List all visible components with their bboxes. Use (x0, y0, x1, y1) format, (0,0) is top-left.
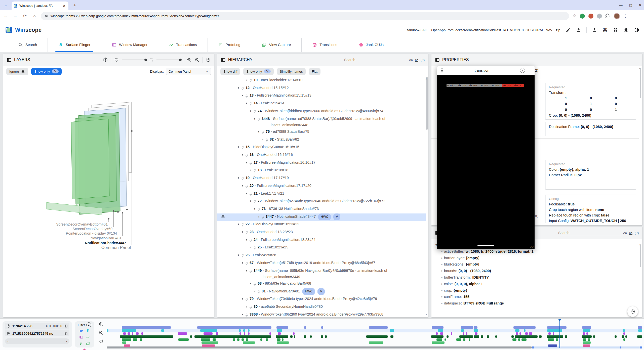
scroll-to-top-button[interactable] (627, 306, 638, 317)
proto-property-row[interactable]: ●color:(0, 0, 0), alpha: 1 (439, 281, 641, 287)
trace-segment[interactable] (495, 335, 497, 338)
tree-row[interactable]: ●18- Leaf:16:16#18 (217, 167, 426, 175)
tree-row[interactable]: ▼74- WindowToken{fdddbe6 type=2000 andro… (217, 108, 426, 116)
documentation-book-icon[interactable] (613, 27, 618, 33)
expand-arrow-icon[interactable]: ▼ (240, 183, 245, 189)
pin-icon[interactable] (253, 244, 257, 252)
copy-icon[interactable] (64, 332, 68, 335)
trace-segment[interactable] (451, 332, 452, 335)
pin-icon[interactable] (245, 260, 249, 268)
trace-segment[interactable] (459, 335, 473, 338)
pin-icon[interactable] (257, 206, 261, 213)
pin-icon[interactable] (249, 237, 253, 244)
trace-segment[interactable] (237, 338, 239, 341)
properties-search-input[interactable] (558, 230, 621, 236)
selection-mark[interactable] (620, 346, 621, 348)
trace-segment[interactable] (524, 329, 526, 332)
trace-segment[interactable] (553, 332, 554, 335)
shortcuts-command-icon[interactable]: ⌘ (602, 27, 608, 33)
hierarchy-scrollbar[interactable] (426, 77, 428, 130)
dark-mode-toggle-icon[interactable] (634, 27, 639, 33)
trace-segment[interactable] (123, 332, 126, 335)
tab-search-chevron-icon[interactable]: ⌄ (3, 2, 9, 9)
trace-segment[interactable] (436, 332, 438, 335)
trace-segment[interactable] (623, 338, 626, 341)
proto-property-row[interactable]: ●bounds:(0, 0) - (1080, 2400) (439, 268, 641, 274)
reload-button[interactable]: ⟳ (21, 14, 29, 18)
displays-select[interactable]: Common Panel ▼ (166, 68, 211, 75)
report-bug-icon[interactable] (623, 27, 629, 33)
trace-segment[interactable] (481, 335, 483, 338)
trace-segment[interactable] (204, 332, 213, 335)
tree-row[interactable]: ▼73- 8736138 NotificationShade#73 (217, 206, 426, 213)
pin-icon[interactable] (257, 116, 261, 123)
trace-segment[interactable] (463, 338, 465, 341)
trace-segment[interactable] (583, 329, 590, 332)
expand-arrow-icon[interactable]: ▼ (240, 229, 245, 235)
tree-row[interactable]: ●10- ImePlaceholder:13:14#10 (217, 77, 426, 85)
trace-segment[interactable] (246, 338, 248, 341)
timeline-zoom-in-icon[interactable] (99, 322, 104, 327)
trace-segment[interactable] (140, 338, 142, 341)
trace-segment[interactable] (293, 332, 295, 335)
trace-segment[interactable] (190, 335, 192, 338)
frames-trace-toggle[interactable] (86, 342, 90, 347)
tree-row[interactable]: ●25- Leaf:18:23#25 (217, 244, 426, 252)
trace-segment[interactable] (325, 335, 327, 338)
tree-row[interactable]: ▼72- WindowToken{a2746de type=2040 andro… (217, 198, 426, 206)
trace-segment[interactable] (366, 335, 388, 338)
trace-segment[interactable] (515, 335, 538, 338)
pin-icon[interactable] (257, 288, 261, 296)
pin-icon[interactable] (245, 229, 249, 237)
trace-segment[interactable] (390, 329, 394, 332)
trace-segment[interactable] (290, 335, 293, 338)
layer-sheet-green-3[interactable] (71, 119, 109, 199)
prev-frame-icon[interactable]: ‹ (8, 339, 9, 343)
trace-segment[interactable] (525, 332, 528, 335)
trace-segment[interactable] (122, 329, 136, 332)
tree-row[interactable]: ▼17- FullscreenMagnification:16:16#17 (217, 159, 426, 167)
extension-gray-icon[interactable] (597, 14, 602, 19)
trace-segment[interactable] (260, 338, 263, 341)
panel-collapse-icon[interactable] (435, 58, 440, 62)
trace-segment[interactable] (202, 341, 218, 344)
expand-arrow-icon[interactable]: ▼ (256, 128, 261, 135)
trace-segment[interactable] (278, 332, 281, 335)
trace-segment[interactable] (304, 326, 306, 329)
pin-icon[interactable] (241, 144, 245, 152)
trace-segment[interactable] (622, 335, 624, 338)
match-case-icon[interactable]: Aa (623, 231, 627, 235)
next-frame-icon[interactable]: › (66, 339, 67, 343)
trace-segment[interactable] (461, 329, 464, 332)
trace-segment[interactable] (294, 335, 295, 338)
nav-tab-protolog[interactable]: ProtoLog (208, 38, 251, 52)
trace-segment[interactable] (124, 344, 130, 347)
panel-collapse-icon[interactable] (7, 58, 12, 62)
trace-segment[interactable] (243, 341, 255, 344)
properties-scrollbar[interactable] (640, 68, 641, 98)
trace-segment[interactable] (248, 329, 250, 332)
trace-segment[interactable] (200, 329, 217, 332)
scroll-up-arrow[interactable]: ▲ (425, 77, 427, 80)
expand-arrow-icon[interactable]: ▼ (248, 280, 253, 287)
trace-segment[interactable] (469, 338, 470, 341)
resize-handle-icon[interactable]: ⟋⟋ (530, 245, 534, 248)
tree-row[interactable]: ▼12- OneHanded:15:15#12 (217, 85, 426, 93)
trace-segment[interactable] (586, 332, 588, 335)
match-word-icon[interactable]: ab (415, 58, 418, 62)
pin-icon[interactable] (253, 167, 257, 175)
nav-tab-surface-flinger[interactable]: Surface Flinger (48, 38, 101, 52)
trace-segment[interactable] (515, 329, 519, 332)
trace-segment[interactable] (201, 338, 210, 341)
pin-icon[interactable] (253, 198, 257, 206)
trace-segment[interactable] (623, 332, 625, 335)
trace-segment[interactable] (582, 326, 591, 329)
list-trace-toggle[interactable] (79, 342, 83, 347)
tree-row[interactable]: ●81- NavigationBar0#81HWCV (217, 288, 426, 296)
extension-red-icon[interactable] (588, 14, 593, 19)
trace-segment[interactable] (466, 332, 467, 335)
hierarchy-search-input[interactable] (344, 57, 407, 63)
trace-segment[interactable] (369, 341, 383, 344)
human-time-field[interactable]: 11:04:14.228 UTC+00:00 (5, 323, 69, 329)
pin-icon[interactable] (249, 159, 253, 167)
